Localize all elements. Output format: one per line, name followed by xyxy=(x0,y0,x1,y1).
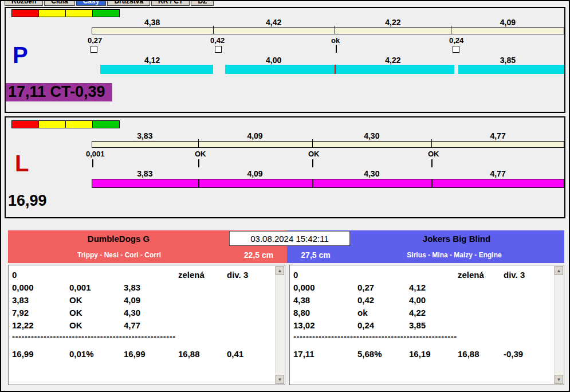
meter-tick xyxy=(451,26,451,34)
split-time: 3,85 xyxy=(451,56,564,65)
result-cell: zelená xyxy=(178,270,227,280)
result-row: 0 zelená div. 3 xyxy=(293,268,552,281)
split-time: 4,38 xyxy=(92,18,213,27)
lane-p-label: P xyxy=(13,44,28,66)
changeover-marker xyxy=(336,45,337,53)
tab-casy[interactable]: Časy xyxy=(76,0,107,6)
tab-rozbeh[interactable]: Rozběh xyxy=(5,0,43,6)
run-bar-segment xyxy=(458,65,564,74)
left-team-subheader: Trippy - Nesi - Cori - Corri 22,5 cm xyxy=(8,247,287,263)
legend-red-icon xyxy=(11,120,39,128)
result-row: 4,38 0,42 4,00 xyxy=(293,293,552,306)
result-cell: 0,000 xyxy=(12,283,69,292)
result-cell: 16,19 xyxy=(409,349,458,359)
result-list-left[interactable]: 0 zelená div. 3 0,000 0,001 3,83 3,83 OK… xyxy=(8,265,285,385)
scroll-up-button[interactable]: ▲ xyxy=(555,266,563,275)
result-cell: 4,00 xyxy=(409,295,458,305)
lane-l-panel: 3,83 4,09 4,30 4,77 0,001 OK OK OK 3,83 … xyxy=(5,116,565,218)
result-row: 0,000 0,27 4,12 xyxy=(293,281,552,293)
result-cell: 0,27 xyxy=(357,283,409,292)
split-time: 4,22 xyxy=(335,56,451,65)
result-cell: 0,41 xyxy=(227,349,273,359)
result-cell: div. 3 xyxy=(504,270,552,280)
result-cell: 4,22 xyxy=(409,308,458,317)
separator-line: ----------------------------------------… xyxy=(12,331,183,344)
meter-tick xyxy=(312,139,313,147)
jump-height: 27,5 cm xyxy=(287,250,344,260)
jump-height: 22,5 cm xyxy=(230,250,287,260)
timestamp: 03.08.2024 15:42:11 xyxy=(229,231,350,246)
scroll-down-button[interactable]: ▼ xyxy=(555,375,563,384)
result-list-right[interactable]: 0 zelená div. 3 0,000 0,27 4,12 4,38 0,4… xyxy=(289,265,564,385)
right-team-subheader: 27,5 cm Sirius - Mina - Maizy - Engine xyxy=(287,247,564,263)
tab-rr-ct[interactable]: RR / ČT xyxy=(151,0,190,6)
tab-cidla[interactable]: Čidla xyxy=(44,0,74,6)
result-cell: 3,83 xyxy=(12,295,69,305)
legend-yellow-icon xyxy=(38,120,66,128)
run-bar-divider xyxy=(312,179,313,187)
result-cell: 0,01% xyxy=(69,349,124,359)
split-time: 3,83 xyxy=(92,131,198,140)
result-cell: 8,80 xyxy=(293,308,357,317)
result-cell: 0 xyxy=(293,270,357,280)
changeover-time: 0,42 xyxy=(210,36,225,45)
result-cell: 12,22 xyxy=(12,320,69,330)
split-time: 4,42 xyxy=(213,18,335,27)
run-bar-segment xyxy=(336,65,454,74)
legend-yellow-icon xyxy=(65,9,93,17)
result-cell: 16,99 xyxy=(12,349,69,359)
totals-row: 17,11 5,68% 16,19 16,88 -0,39 xyxy=(293,347,552,360)
run-bar-divider xyxy=(198,179,199,187)
changeover-checkbox[interactable] xyxy=(91,46,97,53)
result-cell: 4,09 xyxy=(124,295,178,305)
split-times-bottom-l: 3,83 4,09 4,30 4,77 xyxy=(92,169,564,178)
legend-green-icon xyxy=(92,9,120,17)
tab-dz[interactable]: DZ xyxy=(191,0,214,6)
result-cell: OK xyxy=(69,295,124,305)
lane-l-total: 16,99 xyxy=(8,192,47,210)
split-time: 4,30 xyxy=(312,131,431,140)
scroll-down-button[interactable]: ▼ xyxy=(276,375,284,384)
status-legend-p xyxy=(11,9,119,17)
legend-yellow-icon xyxy=(65,120,93,128)
result-cell: div. 3 xyxy=(227,270,273,280)
status-legend-l xyxy=(11,120,119,128)
scrollbar[interactable]: ▲ ▼ xyxy=(554,266,563,384)
team-dogs: Sirius - Mina - Maizy - Engine xyxy=(344,251,564,259)
legend-red-icon xyxy=(11,9,39,17)
split-times-top-p: 4,38 4,42 4,22 4,09 xyxy=(92,18,564,27)
result-cell: OK xyxy=(69,320,124,330)
result-cell: 4,30 xyxy=(124,308,178,317)
run-bar-segment xyxy=(225,65,335,74)
changeover-time: OK xyxy=(428,150,439,158)
result-cell: 0,24 xyxy=(357,320,409,330)
scrollbar[interactable]: ▲ ▼ xyxy=(275,266,284,384)
scroll-up-button[interactable]: ▲ xyxy=(276,266,284,275)
split-meter-p xyxy=(92,28,564,34)
result-row: 8,80 ok 4,22 xyxy=(293,306,552,319)
legend-green-icon xyxy=(92,120,120,128)
tab-bar: Rozběh Čidla Časy Družstva RR / ČT DZ xyxy=(1,0,569,6)
split-time: 4,00 xyxy=(213,56,335,65)
lane-l-label: L xyxy=(15,152,29,175)
changeover-marker xyxy=(431,159,433,167)
result-row: 0 zelená div. 3 xyxy=(12,268,273,281)
meter-tick xyxy=(335,26,335,34)
changeover-time: 0,24 xyxy=(449,36,463,45)
changeover-checkbox[interactable] xyxy=(215,46,222,53)
result-row: 3,83 OK 4,09 xyxy=(12,293,273,306)
result-cell: zelená xyxy=(458,270,504,280)
result-row: 12,22 OK 4,77 xyxy=(12,319,273,331)
split-time: 3,83 xyxy=(92,169,198,178)
result-cell: ok xyxy=(357,308,409,317)
changeover-time: OK xyxy=(195,150,206,158)
app-window: Rozběh Čidla Časy Družstva RR / ČT DZ 4,… xyxy=(0,0,570,392)
tab-druzstva[interactable]: Družstva xyxy=(107,0,150,6)
result-cell: 3,85 xyxy=(409,320,458,330)
result-cell: 16,99 xyxy=(124,349,178,359)
changeover-checkbox[interactable] xyxy=(453,46,459,53)
result-cell: 7,92 xyxy=(12,308,69,317)
totals-row: 16,99 0,01% 16,99 16,88 0,41 xyxy=(12,347,273,360)
changeover-time: ok xyxy=(331,36,340,45)
result-cell: 16,88 xyxy=(178,349,227,359)
